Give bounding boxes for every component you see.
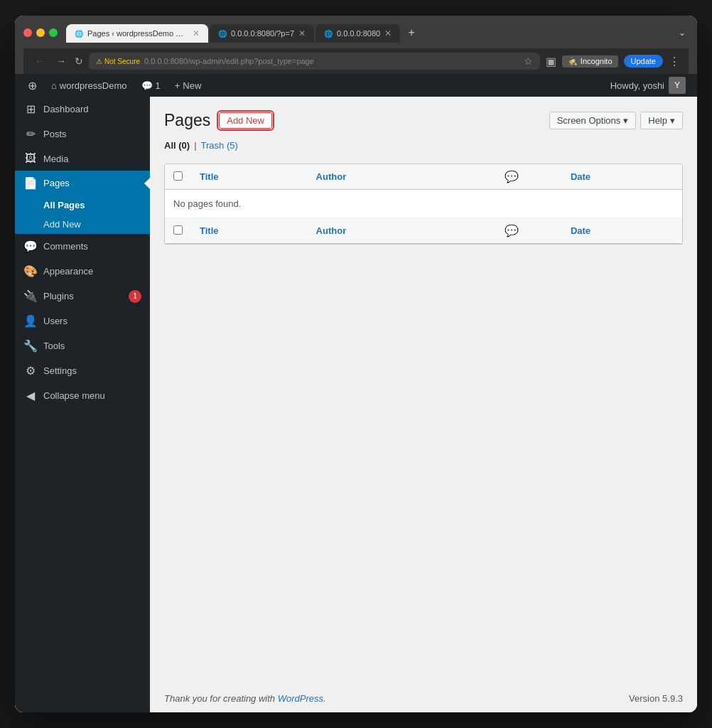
admin-bar-right: Howdy, yoshi Y	[605, 77, 691, 94]
sidebar-item-pages[interactable]: 📄 Pages	[15, 171, 150, 196]
table-header-row: Title Author 💬 Date	[165, 164, 682, 190]
select-all-footer-checkbox[interactable]	[173, 225, 183, 235]
no-items-row: No pages found.	[165, 190, 682, 218]
page-title-area: Pages Add New	[164, 111, 272, 130]
back-button[interactable]: ←	[32, 54, 48, 68]
appearance-icon: 🎨	[23, 264, 38, 278]
browser-tab-2[interactable]: 🌐 0.0.0.0:8080/?p=7 ✕	[210, 24, 314, 43]
filter-links: All (0) | Trash (5)	[164, 139, 683, 152]
filter-trash-link[interactable]: Trash (5)	[201, 139, 238, 152]
comments-footer-icon: 💬	[505, 225, 519, 237]
admin-bar-user[interactable]: Howdy, yoshi Y	[605, 77, 691, 94]
browser-tab-3[interactable]: 🌐 0.0.0.0:8080 ✕	[315, 24, 400, 43]
tab-title-3: 0.0.0.0:8080	[337, 29, 380, 38]
wordpress-icon: ⊕	[28, 79, 37, 92]
sidebar-item-posts[interactable]: ✏ Posts	[15, 122, 150, 146]
url-input[interactable]: ⚠ Not Secure 0.0.0.0:8080/wp-admin/edit.…	[89, 53, 540, 70]
more-tabs-button[interactable]: ⌄	[676, 25, 689, 41]
browser-tabs: 🌐 Pages ‹ wordpressDemo — Wo… ✕ 🌐 0.0.0.…	[66, 23, 689, 43]
browser-tab-1[interactable]: 🌐 Pages ‹ wordpressDemo — Wo… ✕	[66, 24, 208, 43]
tab-favicon-1: 🌐	[75, 30, 83, 38]
sidebar-item-tools[interactable]: 🔧 Tools	[15, 333, 150, 358]
sidebar-item-plugins[interactable]: 🔌 Plugins 1	[15, 284, 150, 309]
admin-sidebar: ⊞ Dashboard ✏ Posts 🖼 Media 📄 Pages	[15, 97, 150, 712]
wp-content-area: ⊞ Dashboard ✏ Posts 🖼 Media 📄 Pages	[15, 97, 697, 712]
sidebar-toggle-button[interactable]: ▣	[546, 55, 556, 68]
not-secure-badge: ⚠ Not Secure	[96, 58, 140, 65]
comments-header-icon: 💬	[505, 171, 519, 183]
sidebar-item-collapse[interactable]: ◀ Collapse menu	[15, 383, 150, 408]
tab-favicon-2: 🌐	[218, 30, 227, 38]
collapse-icon: ◀	[23, 389, 38, 402]
sidebar-item-comments[interactable]: 💬 Comments	[15, 234, 150, 259]
maximize-window-button[interactable]	[49, 28, 58, 37]
help-button[interactable]: Help ▾	[640, 112, 683, 129]
sidebar-label-posts: Posts	[43, 129, 141, 139]
version-info: Version 5.9.3	[629, 693, 683, 704]
select-all-checkbox[interactable]	[173, 171, 183, 181]
tab-favicon-3: 🌐	[324, 30, 333, 38]
header-comments-col: 💬	[460, 164, 562, 190]
sidebar-label-tools: Tools	[43, 341, 141, 351]
update-button[interactable]: Update	[624, 55, 663, 68]
help-arrow-icon: ▾	[670, 115, 675, 126]
page-title: Pages	[164, 111, 210, 130]
header-date-col[interactable]: Date	[562, 164, 682, 190]
filter-pipe: |	[194, 140, 196, 151]
wordpress-link[interactable]: WordPress	[278, 693, 323, 704]
plugins-badge: 1	[129, 290, 141, 303]
minimize-window-button[interactable]	[36, 28, 45, 37]
sidebar-label-dashboard: Dashboard	[43, 104, 141, 114]
dropdown-arrow-icon: ▾	[623, 115, 628, 126]
sidebar-submenu-add-new[interactable]: Add New	[15, 215, 150, 234]
admin-bar-wp-logo[interactable]: ⊕	[21, 74, 44, 97]
table-footer-row: Title Author 💬 Date	[165, 218, 682, 244]
footer-credit: Thank you for creating with WordPress.	[164, 693, 326, 704]
admin-bar-comments[interactable]: 💬 1	[134, 74, 168, 97]
traffic-lights[interactable]	[23, 28, 58, 37]
pages-submenu: All Pages Add New	[15, 196, 150, 234]
settings-icon: ⚙	[23, 364, 38, 378]
footer-checkbox-col	[165, 218, 191, 244]
admin-bar-new[interactable]: + New	[168, 74, 209, 97]
header-title-col[interactable]: Title	[191, 164, 308, 190]
sidebar-submenu-all-pages[interactable]: All Pages	[15, 196, 150, 215]
sidebar-label-settings: Settings	[43, 365, 141, 376]
pages-icon: 📄	[23, 176, 38, 190]
profile-area: ▣ 🕵 Incognito Update ⋮	[546, 55, 680, 68]
browser-menu-icon[interactable]: ⋮	[669, 55, 680, 68]
tab-close-3[interactable]: ✕	[384, 28, 392, 38]
filter-all-link[interactable]: All (0)	[164, 139, 190, 152]
filter-all-item: All (0)	[164, 139, 190, 152]
pages-table: Title Author 💬 Date No pages found.	[165, 164, 682, 244]
close-window-button[interactable]	[23, 28, 32, 37]
sidebar-item-appearance[interactable]: 🎨 Appearance	[15, 259, 150, 284]
new-tab-button[interactable]: +	[401, 23, 421, 43]
users-icon: 👤	[23, 314, 38, 328]
header-author-col: Author	[308, 164, 461, 190]
screen-options-button[interactable]: Screen Options ▾	[549, 112, 637, 129]
pages-table-wrapper: Title Author 💬 Date No pages found.	[164, 164, 683, 245]
tab-close-2[interactable]: ✕	[298, 28, 306, 38]
incognito-button[interactable]: 🕵 Incognito	[562, 55, 618, 68]
tools-icon: 🔧	[23, 339, 38, 353]
forward-button[interactable]: →	[53, 54, 69, 68]
sidebar-item-settings[interactable]: ⚙ Settings	[15, 358, 150, 383]
footer-title-col[interactable]: Title	[191, 218, 308, 244]
wordpress-app: ⊕ ⌂ wordpressDemo 💬 1 + New Howdy, yoshi…	[15, 74, 697, 712]
tab-close-1[interactable]: ✕	[193, 28, 200, 38]
warning-icon: ⚠	[96, 58, 102, 65]
refresh-button[interactable]: ↻	[75, 55, 83, 67]
footer-date-col[interactable]: Date	[562, 218, 682, 244]
no-items-message: No pages found.	[165, 190, 682, 218]
sidebar-label-plugins: Plugins	[43, 291, 120, 301]
admin-bar-site-name[interactable]: ⌂ wordpressDemo	[44, 74, 134, 97]
add-new-button[interactable]: Add New	[219, 112, 272, 129]
sidebar-item-dashboard[interactable]: ⊞ Dashboard	[15, 97, 150, 122]
tab-title-2: 0.0.0.0:8080/?p=7	[231, 29, 294, 38]
address-text: 0.0.0.0:8080/wp-admin/edit.php?post_type…	[144, 57, 519, 65]
sidebar-item-media[interactable]: 🖼 Media	[15, 146, 150, 171]
sidebar-item-users[interactable]: 👤 Users	[15, 309, 150, 333]
bookmark-icon[interactable]: ☆	[524, 55, 533, 67]
wp-footer: Thank you for creating with WordPress. V…	[164, 682, 683, 712]
